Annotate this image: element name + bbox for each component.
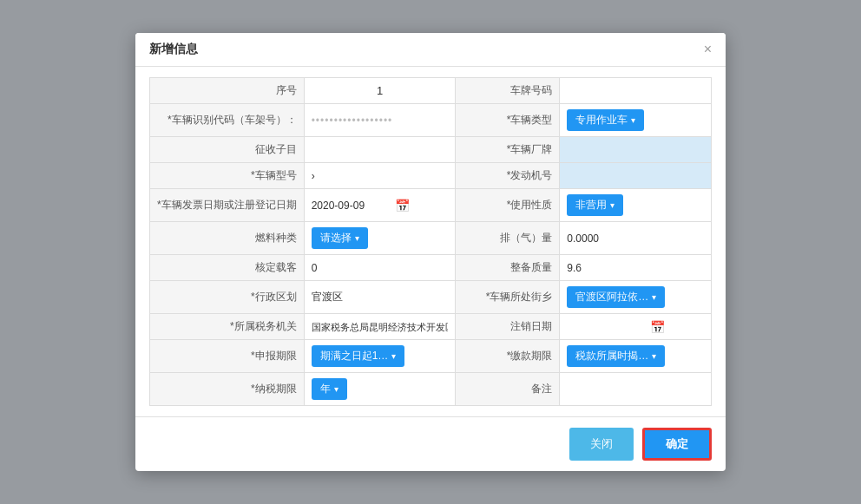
vin-label: *车辆识别代码（车架号）：	[150, 104, 305, 137]
chevron-down-icon: ▾	[355, 233, 359, 243]
invoice-date-input[interactable]	[312, 200, 390, 212]
deduct-period-dropdown[interactable]: 税款所属时揭… ▾	[567, 345, 665, 367]
chevron-down-icon: ▾	[334, 384, 338, 394]
usage-dropdown[interactable]: 非营用 ▾	[567, 194, 623, 216]
report-value: 期满之日起1… ▾	[304, 340, 456, 373]
street-label: *车辆所处街乡	[456, 281, 560, 314]
calendar-icon[interactable]: 📅	[395, 199, 410, 213]
table-row: *车辆型号 *发动机号	[150, 163, 712, 189]
model-input[interactable]	[312, 170, 449, 182]
table-row: *申报期限 期满之日起1… ▾ *缴款期限 税款所属时揭… ▾	[150, 340, 712, 373]
usage-value: 非营用 ▾	[560, 189, 712, 222]
street-value: 官渡区阿拉依… ▾	[560, 281, 712, 314]
exhaust-input[interactable]	[567, 232, 704, 245]
dialog-title: 新增信息	[149, 42, 198, 57]
tax-org-label: *所属税务机关	[150, 314, 305, 340]
form-table: 序号 1 车牌号码 *车辆识别代码（车架号）： ••••••••••••••••…	[149, 77, 712, 406]
mass-value[interactable]	[560, 255, 712, 281]
capacity-input[interactable]	[312, 262, 449, 274]
tax-sub-label: 征收子目	[150, 137, 305, 163]
model-label: *车辆型号	[150, 163, 305, 189]
seq-value: 1	[304, 78, 456, 104]
cancel-value: 📅	[560, 314, 712, 340]
cancel-label: 注销日期	[456, 314, 560, 340]
dialog-header: 新增信息 ×	[135, 33, 726, 67]
tax-period-dropdown[interactable]: 年 ▾	[312, 378, 347, 400]
engine-label: *发动机号	[456, 163, 560, 189]
table-row: 序号 1 车牌号码	[150, 78, 712, 104]
tax-org-input[interactable]	[312, 322, 449, 332]
chevron-down-icon: ▾	[631, 115, 635, 125]
plate-input[interactable]	[567, 85, 704, 97]
tax-period-value: 年 ▾	[304, 373, 456, 406]
street-dropdown[interactable]: 官渡区阿拉依… ▾	[567, 286, 665, 308]
admin-value[interactable]	[304, 281, 456, 314]
model-value[interactable]	[304, 163, 456, 189]
vehicle-type-dropdown[interactable]: 专用作业车 ▾	[567, 109, 644, 131]
tax-org-value[interactable]	[304, 314, 456, 340]
close-icon[interactable]: ×	[704, 43, 712, 56]
engine-value[interactable]	[560, 163, 712, 189]
cancel-date-input[interactable]	[567, 321, 645, 333]
vin-blurred: ••••••••••••••••••	[312, 115, 393, 127]
confirm-button[interactable]: 确定	[642, 428, 712, 461]
table-row: 燃料种类 请选择 ▾ 排（气）量	[150, 222, 712, 255]
type-value: 专用作业车 ▾	[560, 104, 712, 137]
tax-period-label: *纳税期限	[150, 373, 305, 406]
table-row: *纳税期限 年 ▾ 备注	[150, 373, 712, 406]
exhaust-label: 排（气）量	[456, 222, 560, 255]
table-row: 征收子目 *车辆厂牌	[150, 137, 712, 163]
chevron-down-icon: ▾	[391, 351, 396, 361]
capacity-value[interactable]	[304, 255, 456, 281]
admin-label: *行政区划	[150, 281, 305, 314]
chevron-down-icon: ▾	[610, 200, 615, 210]
table-row: *车辆识别代码（车架号）： •••••••••••••••••• *车辆类型 专…	[150, 104, 712, 137]
table-row: *所属税务机关 注销日期 📅	[150, 314, 712, 340]
table-row: *行政区划 *车辆所处街乡 官渡区阿拉依… ▾	[150, 281, 712, 314]
deduct-label: *缴款期限	[456, 340, 560, 373]
tax-sub-value[interactable]	[304, 137, 456, 163]
brand-input[interactable]	[567, 144, 704, 156]
remark-value[interactable]	[560, 373, 712, 406]
brand-label: *车辆厂牌	[456, 137, 560, 163]
fuel-dropdown[interactable]: 请选择 ▾	[312, 227, 368, 249]
table-row: *车辆发票日期或注册登记日期 📅 *使用性质 非营用 ▾	[150, 189, 712, 222]
report-period-dropdown[interactable]: 期满之日起1… ▾	[312, 345, 405, 367]
type-label: *车辆类型	[456, 104, 560, 137]
plate-label: 车牌号码	[456, 78, 560, 104]
dialog-body: 序号 1 车牌号码 *车辆识别代码（车架号）： ••••••••••••••••…	[135, 67, 726, 416]
chevron-down-icon: ▾	[652, 351, 656, 361]
report-label: *申报期限	[150, 340, 305, 373]
close-button[interactable]: 关闭	[569, 428, 634, 461]
vin-value[interactable]: ••••••••••••••••••	[304, 104, 456, 137]
exhaust-value[interactable]	[560, 222, 712, 255]
deduct-value: 税款所属时揭… ▾	[560, 340, 712, 373]
remark-label: 备注	[456, 373, 560, 406]
capacity-label: 核定载客	[150, 255, 305, 281]
table-row: 核定载客 整备质量	[150, 255, 712, 281]
chevron-down-icon: ▾	[652, 292, 656, 302]
fuel-label: 燃料种类	[150, 222, 305, 255]
tax-sub-input[interactable]	[312, 144, 449, 156]
fuel-value: 请选择 ▾	[304, 222, 456, 255]
remark-input[interactable]	[567, 383, 704, 396]
seq-label: 序号	[150, 78, 305, 104]
mass-input[interactable]	[567, 262, 704, 274]
invoice-date-value: 📅	[304, 189, 456, 222]
new-info-dialog: 新增信息 × 序号 1 车牌号码 *车辆识别代码（车架号）： •••	[135, 33, 726, 471]
invoice-date-label: *车辆发票日期或注册登记日期	[150, 189, 305, 222]
usage-label: *使用性质	[456, 189, 560, 222]
calendar-icon[interactable]: 📅	[650, 320, 665, 334]
dialog-footer: 关闭 确定	[135, 416, 726, 471]
plate-value[interactable]	[560, 78, 712, 104]
admin-input[interactable]	[312, 291, 449, 304]
brand-value[interactable]	[560, 137, 712, 163]
mass-label: 整备质量	[456, 255, 560, 281]
engine-input[interactable]	[567, 170, 704, 182]
